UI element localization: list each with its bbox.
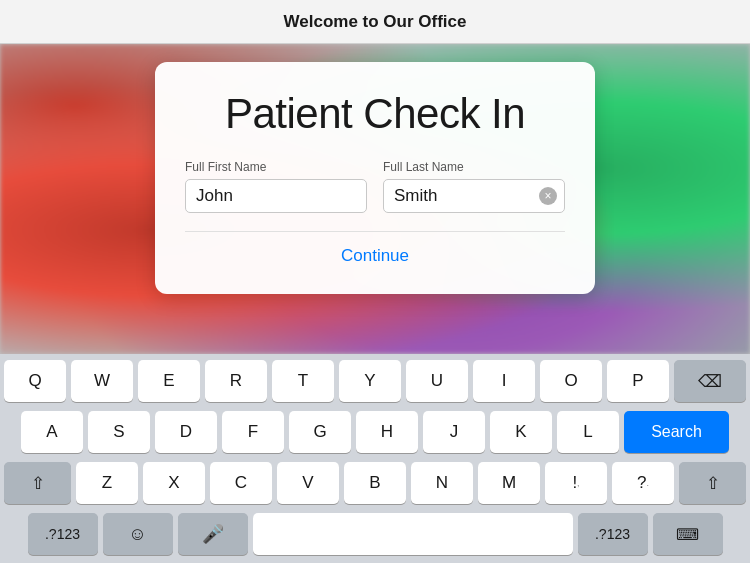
last-name-input[interactable]: [383, 179, 565, 213]
key-exclaim[interactable]: !,: [545, 462, 607, 504]
key-t[interactable]: T: [272, 360, 334, 402]
key-e[interactable]: E: [138, 360, 200, 402]
keyboard-row-4: .?123 ☺ 🎤 .?123 ⌨: [4, 513, 746, 559]
mic-key[interactable]: 🎤: [178, 513, 248, 555]
key-b[interactable]: B: [344, 462, 406, 504]
top-bar-title: Welcome to Our Office: [284, 12, 467, 32]
first-name-input[interactable]: [185, 179, 367, 213]
search-key[interactable]: Search: [624, 411, 729, 453]
key-o[interactable]: O: [540, 360, 602, 402]
continue-button[interactable]: Continue: [185, 231, 565, 270]
first-name-group: Full First Name: [185, 160, 367, 213]
key-y[interactable]: Y: [339, 360, 401, 402]
key-m[interactable]: M: [478, 462, 540, 504]
space-key[interactable]: [253, 513, 573, 555]
key-u[interactable]: U: [406, 360, 468, 402]
key-n[interactable]: N: [411, 462, 473, 504]
key-w[interactable]: W: [71, 360, 133, 402]
keyboard-row-3: ⇧ Z X C V B N M !, ?. ⇧: [4, 462, 746, 508]
first-name-label: Full First Name: [185, 160, 367, 174]
keyboard-row-2: A S D F G H J K L Search: [4, 411, 746, 457]
background-area: Patient Check In Full First Name Full La…: [0, 44, 750, 354]
key-question[interactable]: ?.: [612, 462, 674, 504]
key-q[interactable]: Q: [4, 360, 66, 402]
key-k[interactable]: K: [490, 411, 552, 453]
numbers-key[interactable]: .?123: [28, 513, 98, 555]
key-r[interactable]: R: [205, 360, 267, 402]
top-bar: Welcome to Our Office: [0, 0, 750, 44]
last-name-input-wrapper: ×: [383, 179, 565, 213]
key-s[interactable]: S: [88, 411, 150, 453]
first-name-input-wrapper: [185, 179, 367, 213]
key-h[interactable]: H: [356, 411, 418, 453]
key-d[interactable]: D: [155, 411, 217, 453]
key-x[interactable]: X: [143, 462, 205, 504]
key-j[interactable]: J: [423, 411, 485, 453]
form-row: Full First Name Full Last Name ×: [185, 160, 565, 213]
key-z[interactable]: Z: [76, 462, 138, 504]
key-a[interactable]: A: [21, 411, 83, 453]
shift-right-key[interactable]: ⇧: [679, 462, 746, 504]
key-i[interactable]: I: [473, 360, 535, 402]
backspace-key[interactable]: ⌫: [674, 360, 746, 402]
last-name-group: Full Last Name ×: [383, 160, 565, 213]
key-c[interactable]: C: [210, 462, 272, 504]
clear-button[interactable]: ×: [539, 187, 557, 205]
keyboard-row-1: Q W E R T Y U I O P ⌫: [4, 360, 746, 406]
key-l[interactable]: L: [557, 411, 619, 453]
keyboard-hide-key[interactable]: ⌨: [653, 513, 723, 555]
key-p[interactable]: P: [607, 360, 669, 402]
keyboard: Q W E R T Y U I O P ⌫ A S D F G H J K L …: [0, 354, 750, 563]
checkin-card: Patient Check In Full First Name Full La…: [155, 62, 595, 294]
card-title: Patient Check In: [185, 90, 565, 138]
key-v[interactable]: V: [277, 462, 339, 504]
last-name-label: Full Last Name: [383, 160, 565, 174]
numbers-key-right[interactable]: .?123: [578, 513, 648, 555]
key-f[interactable]: F: [222, 411, 284, 453]
shift-left-key[interactable]: ⇧: [4, 462, 71, 504]
emoji-key[interactable]: ☺: [103, 513, 173, 555]
key-g[interactable]: G: [289, 411, 351, 453]
